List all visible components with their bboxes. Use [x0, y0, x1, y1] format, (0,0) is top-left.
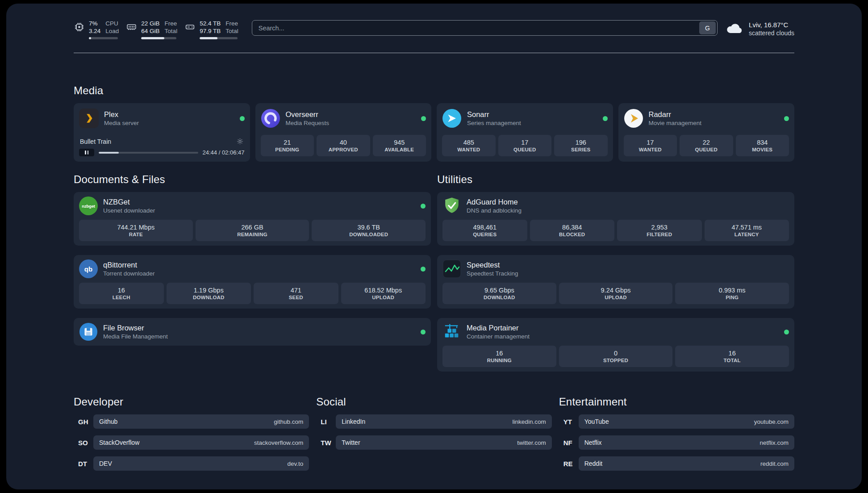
stat-value: 196: [555, 138, 607, 146]
adguard-icon: [442, 196, 461, 215]
stat-value: 471: [255, 286, 338, 294]
bookmark-link-dev[interactable]: DEV dev.to: [93, 456, 309, 471]
bookmark-name: DEV: [99, 460, 112, 467]
bookmark-abbr: RE: [559, 460, 579, 468]
bookmark-abbr: GH: [74, 418, 93, 426]
stat-tile: 1.19 Gbps DOWNLOAD: [167, 283, 251, 304]
bookmark-link-reddit[interactable]: Reddit reddit.com: [579, 456, 794, 471]
service-subtitle: DNS and adblocking: [467, 207, 522, 214]
bookmark-link-twitter[interactable]: Twitter twitter.com: [336, 435, 551, 450]
service-name: AdGuard Home: [467, 197, 522, 206]
stat-value: 0: [560, 349, 672, 357]
disk-free-value: 52.4 TB: [200, 20, 221, 27]
search-provider-button[interactable]: G: [699, 21, 716, 34]
radarr-icon: [624, 109, 643, 128]
stat-tile: 618.52 Mbps UPLOAD: [341, 283, 426, 304]
stat-value: 834: [737, 138, 789, 146]
bookmark-link-stackoverflow[interactable]: StackOverflow stackoverflow.com: [93, 435, 309, 450]
stat-tile: 39.6 TB DOWNLOADED: [312, 220, 426, 241]
bookmark-link-linkedin[interactable]: LinkedIn linkedin.com: [336, 414, 551, 429]
memory-free-value: 22 GiB: [141, 20, 159, 27]
stat-value: 266 GB: [196, 223, 309, 231]
portainer-icon: [442, 322, 461, 341]
service-subtitle: Speedtest Tracking: [467, 270, 518, 277]
service-card-radarr[interactable]: Radarr Movie management 17 WANTED 22 QUE…: [618, 103, 795, 162]
status-dot: [421, 204, 426, 209]
seek-bar[interactable]: [99, 152, 198, 154]
bookmark-row: NF Netflix netflix.com: [559, 435, 794, 450]
stat-value: 945: [374, 138, 426, 146]
service-card-overseerr[interactable]: Overseerr Media Requests 21 PENDING 40 A…: [255, 103, 432, 162]
bookmark-abbr: SO: [74, 439, 93, 447]
cpu-usage-bar: [89, 37, 118, 39]
stat-label: QUEUED: [680, 146, 732, 153]
gear-icon[interactable]: [236, 138, 244, 145]
bookmark-name: Twitter: [342, 439, 360, 446]
stat-value: 1.19 Gbps: [167, 286, 250, 294]
service-card-adguard[interactable]: AdGuard Home DNS and adblocking 498,461 …: [437, 192, 794, 246]
stat-value: 744.21 Mbps: [80, 223, 192, 231]
playback-time: 24:44 / 02:06:47: [203, 149, 245, 156]
bookmark-link-netflix[interactable]: Netflix netflix.com: [579, 435, 794, 450]
status-dot: [603, 116, 608, 121]
service-subtitle: Movie management: [649, 120, 702, 127]
stat-value: 498,461: [443, 223, 526, 231]
memory-icon: [126, 21, 137, 33]
stat-label: MOVIES: [737, 146, 789, 153]
overseerr-icon: [261, 109, 280, 128]
bookmark-row: TW Twitter twitter.com: [316, 435, 551, 450]
service-card-filebrowser[interactable]: File Browser Media File Management: [74, 318, 431, 346]
service-subtitle: Torrent downloader: [103, 270, 155, 277]
stat-tile: 834 MOVIES: [736, 135, 789, 156]
stat-label: REMAINING: [196, 231, 309, 238]
stat-label: FILTERED: [618, 231, 701, 238]
qbittorrent-icon-text: qb: [84, 265, 92, 273]
service-card-plex[interactable]: Plex Media server Bullet Train: [74, 103, 250, 162]
stat-value: 39.6 TB: [313, 223, 425, 231]
stat-label: APPROVED: [317, 146, 369, 153]
stat-label: PENDING: [262, 146, 313, 153]
stat-label: WANTED: [625, 146, 676, 153]
stat-value: 485: [443, 138, 495, 146]
section-title-documents: Documents & Files: [74, 173, 431, 186]
disk-free-label: Free: [225, 20, 238, 27]
section-title-developer: Developer: [74, 396, 309, 408]
cpu-widget: 7% 3.24 CPU Load: [74, 20, 119, 39]
bookmark-abbr: DT: [74, 460, 93, 468]
bookmark-group-developer: Developer GH Github github.com SO StackO…: [74, 396, 309, 477]
stat-value: 47.571 ms: [705, 223, 789, 231]
stat-value: 22: [680, 138, 732, 146]
section-title-social: Social: [316, 396, 551, 408]
stat-label: STOPPED: [560, 357, 672, 364]
bookmark-url: netflix.com: [760, 439, 789, 446]
search-input[interactable]: [252, 25, 699, 32]
stat-tile: 196 SERIES: [554, 135, 608, 156]
service-subtitle: Media File Management: [103, 333, 168, 340]
bookmark-row: DT DEV dev.to: [74, 456, 309, 471]
stat-tile: 16 LEECH: [79, 283, 164, 304]
stat-label: SERIES: [555, 146, 607, 153]
service-card-nzbget[interactable]: nzbget NZBGet Usenet downloader 744.21 M…: [74, 192, 431, 246]
cpu-usage-label: CPU: [105, 20, 119, 27]
service-card-qbittorrent[interactable]: qb qBittorrent Torrent downloader 16: [74, 255, 431, 309]
stat-tile: 485 WANTED: [442, 135, 496, 156]
bookmark-group-entertainment: Entertainment YT YouTube youtube.com NF …: [559, 396, 794, 477]
bookmark-link-github[interactable]: Github github.com: [93, 414, 309, 429]
bookmark-url: dev.to: [288, 460, 304, 467]
disk-usage-bar: [200, 37, 238, 39]
service-card-portainer[interactable]: Media Portainer Container management 16 …: [437, 318, 794, 372]
bookmark-link-youtube[interactable]: YouTube youtube.com: [579, 414, 794, 429]
memory-total-label: Total: [165, 27, 178, 35]
stat-value: 16: [80, 286, 163, 294]
service-name: Speedtest: [467, 260, 518, 269]
stat-label: DOWNLOADED: [313, 231, 425, 238]
service-name: File Browser: [103, 323, 168, 332]
pause-button[interactable]: [79, 149, 94, 156]
stat-label: QUEUED: [499, 146, 551, 153]
filebrowser-icon: [79, 322, 98, 341]
plex-now-playing: Bullet Train 24:44 / 02:06:4: [79, 138, 245, 156]
service-name: Overseerr: [286, 110, 330, 119]
service-card-sonarr[interactable]: Sonarr Series management 485 WANTED 17 Q…: [437, 103, 613, 162]
stat-label: LEECH: [80, 294, 163, 301]
service-card-speedtest[interactable]: Speedtest Speedtest Tracking 9.65 Gbps D…: [437, 255, 794, 309]
